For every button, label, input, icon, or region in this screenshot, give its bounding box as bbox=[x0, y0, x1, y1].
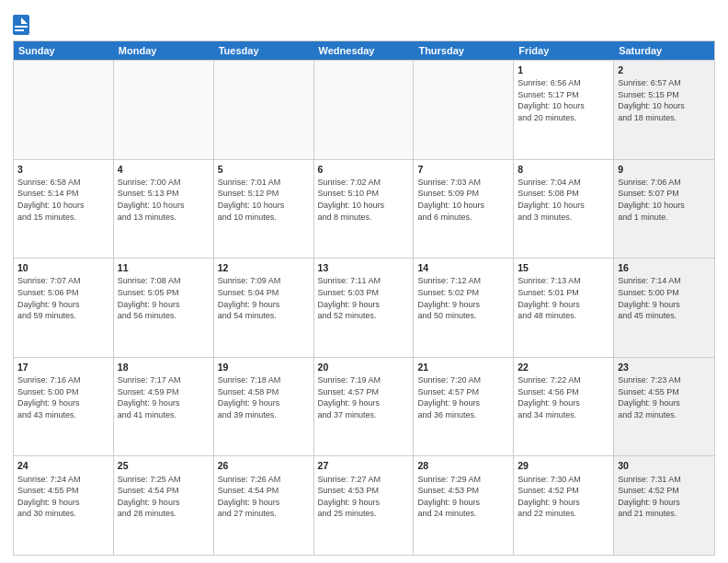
calendar: SundayMondayTuesdayWednesdayThursdayFrid… bbox=[13, 40, 715, 556]
cal-cell: 2Sunrise: 6:57 AMSunset: 5:15 PMDaylight… bbox=[614, 61, 714, 159]
cal-row-4: 24Sunrise: 7:24 AMSunset: 4:55 PMDayligh… bbox=[14, 455, 714, 555]
header-day-tuesday: Tuesday bbox=[214, 41, 314, 60]
cal-cell: 5Sunrise: 7:01 AMSunset: 5:12 PMDaylight… bbox=[214, 160, 314, 259]
cal-row-0: 1Sunrise: 6:56 AMSunset: 5:17 PMDaylight… bbox=[14, 60, 714, 159]
cal-cell: 11Sunrise: 7:08 AMSunset: 5:05 PMDayligh… bbox=[114, 259, 214, 357]
cal-cell: 16Sunrise: 7:14 AMSunset: 5:00 PMDayligh… bbox=[614, 259, 714, 357]
day-number: 13 bbox=[318, 261, 410, 274]
day-number: 10 bbox=[17, 261, 109, 274]
page: SundayMondayTuesdayWednesdayThursdayFrid… bbox=[0, 0, 728, 563]
day-info: Sunrise: 7:01 AMSunset: 5:12 PMDaylight:… bbox=[218, 177, 310, 223]
cal-cell: 18Sunrise: 7:17 AMSunset: 4:59 PMDayligh… bbox=[114, 358, 214, 456]
day-number: 18 bbox=[118, 361, 210, 373]
cal-cell: 20Sunrise: 7:19 AMSunset: 4:57 PMDayligh… bbox=[314, 358, 415, 456]
day-number: 4 bbox=[118, 163, 210, 176]
day-info: Sunrise: 7:14 AMSunset: 5:00 PMDaylight:… bbox=[618, 275, 711, 321]
day-number: 26 bbox=[218, 459, 310, 472]
day-info: Sunrise: 7:07 AMSunset: 5:06 PMDaylight:… bbox=[17, 275, 109, 321]
cal-cell: 13Sunrise: 7:11 AMSunset: 5:03 PMDayligh… bbox=[314, 259, 415, 357]
calendar-header: SundayMondayTuesdayWednesdayThursdayFrid… bbox=[14, 41, 714, 60]
day-number: 25 bbox=[118, 459, 210, 472]
day-number: 9 bbox=[618, 163, 711, 176]
day-info: Sunrise: 7:02 AMSunset: 5:10 PMDaylight:… bbox=[318, 177, 410, 223]
day-number: 24 bbox=[17, 459, 109, 472]
cal-cell: 7Sunrise: 7:03 AMSunset: 5:09 PMDaylight… bbox=[414, 160, 514, 259]
day-number: 2 bbox=[618, 63, 711, 76]
day-info: Sunrise: 7:26 AMSunset: 4:54 PMDaylight:… bbox=[218, 474, 310, 520]
logo bbox=[13, 15, 32, 35]
cal-cell: 15Sunrise: 7:13 AMSunset: 5:01 PMDayligh… bbox=[514, 259, 614, 357]
day-info: Sunrise: 7:06 AMSunset: 5:07 PMDaylight:… bbox=[618, 177, 711, 223]
day-info: Sunrise: 7:20 AMSunset: 4:57 PMDaylight:… bbox=[417, 374, 509, 420]
header-day-saturday: Saturday bbox=[614, 41, 714, 60]
cal-cell: 26Sunrise: 7:26 AMSunset: 4:54 PMDayligh… bbox=[214, 456, 314, 555]
day-info: Sunrise: 7:29 AMSunset: 4:53 PMDaylight:… bbox=[417, 474, 509, 520]
cal-cell: 25Sunrise: 7:25 AMSunset: 4:54 PMDayligh… bbox=[114, 456, 214, 555]
day-number: 12 bbox=[218, 261, 310, 274]
cal-cell: 30Sunrise: 7:31 AMSunset: 4:52 PMDayligh… bbox=[614, 456, 714, 555]
cal-cell: 12Sunrise: 7:09 AMSunset: 5:04 PMDayligh… bbox=[214, 259, 314, 357]
day-info: Sunrise: 7:13 AMSunset: 5:01 PMDaylight:… bbox=[518, 275, 609, 321]
cal-cell: 24Sunrise: 7:24 AMSunset: 4:55 PMDayligh… bbox=[14, 456, 114, 555]
header-day-sunday: Sunday bbox=[14, 41, 114, 60]
header-day-friday: Friday bbox=[514, 41, 614, 60]
day-number: 5 bbox=[218, 163, 310, 176]
day-info: Sunrise: 6:57 AMSunset: 5:15 PMDaylight:… bbox=[618, 77, 711, 123]
day-number: 11 bbox=[118, 261, 210, 274]
cal-cell bbox=[114, 61, 214, 159]
day-info: Sunrise: 7:03 AMSunset: 5:09 PMDaylight:… bbox=[417, 177, 509, 223]
cal-cell: 6Sunrise: 7:02 AMSunset: 5:10 PMDaylight… bbox=[314, 160, 415, 259]
cal-row-3: 17Sunrise: 7:16 AMSunset: 5:00 PMDayligh… bbox=[14, 357, 714, 456]
day-number: 23 bbox=[618, 361, 711, 373]
cal-cell: 28Sunrise: 7:29 AMSunset: 4:53 PMDayligh… bbox=[414, 456, 514, 555]
svg-rect-2 bbox=[15, 26, 28, 28]
day-number: 20 bbox=[318, 361, 410, 373]
cal-cell: 1Sunrise: 6:56 AMSunset: 5:17 PMDaylight… bbox=[514, 61, 614, 159]
day-info: Sunrise: 7:12 AMSunset: 5:02 PMDaylight:… bbox=[417, 275, 509, 321]
day-number: 30 bbox=[618, 459, 711, 472]
cal-cell bbox=[314, 61, 415, 159]
day-number: 6 bbox=[318, 163, 410, 176]
day-info: Sunrise: 7:04 AMSunset: 5:08 PMDaylight:… bbox=[518, 177, 609, 223]
day-info: Sunrise: 7:11 AMSunset: 5:03 PMDaylight:… bbox=[318, 275, 410, 321]
day-number: 28 bbox=[417, 459, 509, 472]
cal-row-2: 10Sunrise: 7:07 AMSunset: 5:06 PMDayligh… bbox=[14, 258, 714, 357]
cal-row-1: 3Sunrise: 6:58 AMSunset: 5:14 PMDaylight… bbox=[14, 159, 714, 259]
cal-cell: 4Sunrise: 7:00 AMSunset: 5:13 PMDaylight… bbox=[114, 160, 214, 259]
day-number: 1 bbox=[518, 63, 609, 76]
cal-cell: 29Sunrise: 7:30 AMSunset: 4:52 PMDayligh… bbox=[514, 456, 614, 555]
header-day-monday: Monday bbox=[114, 41, 214, 60]
calendar-body: 1Sunrise: 6:56 AMSunset: 5:17 PMDaylight… bbox=[14, 60, 714, 555]
day-info: Sunrise: 7:17 AMSunset: 4:59 PMDaylight:… bbox=[118, 374, 210, 420]
day-info: Sunrise: 7:31 AMSunset: 4:52 PMDaylight:… bbox=[618, 474, 711, 520]
cal-cell: 10Sunrise: 7:07 AMSunset: 5:06 PMDayligh… bbox=[14, 259, 114, 357]
day-info: Sunrise: 7:27 AMSunset: 4:53 PMDaylight:… bbox=[318, 474, 410, 520]
day-info: Sunrise: 6:58 AMSunset: 5:14 PMDaylight:… bbox=[17, 177, 109, 223]
day-number: 22 bbox=[518, 361, 609, 373]
day-number: 7 bbox=[417, 163, 509, 176]
cal-cell: 19Sunrise: 7:18 AMSunset: 4:58 PMDayligh… bbox=[214, 358, 314, 456]
day-number: 21 bbox=[417, 361, 509, 373]
cal-cell bbox=[214, 61, 314, 159]
day-number: 15 bbox=[518, 261, 609, 274]
header-day-thursday: Thursday bbox=[414, 41, 514, 60]
cal-cell: 17Sunrise: 7:16 AMSunset: 5:00 PMDayligh… bbox=[14, 358, 114, 456]
day-info: Sunrise: 7:08 AMSunset: 5:05 PMDaylight:… bbox=[118, 275, 210, 321]
day-info: Sunrise: 6:56 AMSunset: 5:17 PMDaylight:… bbox=[518, 77, 609, 123]
day-info: Sunrise: 7:22 AMSunset: 4:56 PMDaylight:… bbox=[518, 374, 609, 420]
day-info: Sunrise: 7:00 AMSunset: 5:13 PMDaylight:… bbox=[118, 177, 210, 223]
day-number: 3 bbox=[17, 163, 109, 176]
day-number: 16 bbox=[618, 261, 711, 274]
cal-cell: 21Sunrise: 7:20 AMSunset: 4:57 PMDayligh… bbox=[414, 358, 514, 456]
day-info: Sunrise: 7:18 AMSunset: 4:58 PMDaylight:… bbox=[218, 374, 310, 420]
day-number: 8 bbox=[518, 163, 609, 176]
day-number: 17 bbox=[17, 361, 109, 373]
day-info: Sunrise: 7:09 AMSunset: 5:04 PMDaylight:… bbox=[218, 275, 310, 321]
day-info: Sunrise: 7:19 AMSunset: 4:57 PMDaylight:… bbox=[318, 374, 410, 420]
day-info: Sunrise: 7:16 AMSunset: 5:00 PMDaylight:… bbox=[17, 374, 109, 420]
svg-rect-3 bbox=[15, 29, 24, 31]
day-info: Sunrise: 7:30 AMSunset: 4:52 PMDaylight:… bbox=[518, 474, 609, 520]
cal-cell: 8Sunrise: 7:04 AMSunset: 5:08 PMDaylight… bbox=[514, 160, 614, 259]
logo-icon bbox=[13, 15, 29, 35]
day-number: 29 bbox=[518, 459, 609, 472]
